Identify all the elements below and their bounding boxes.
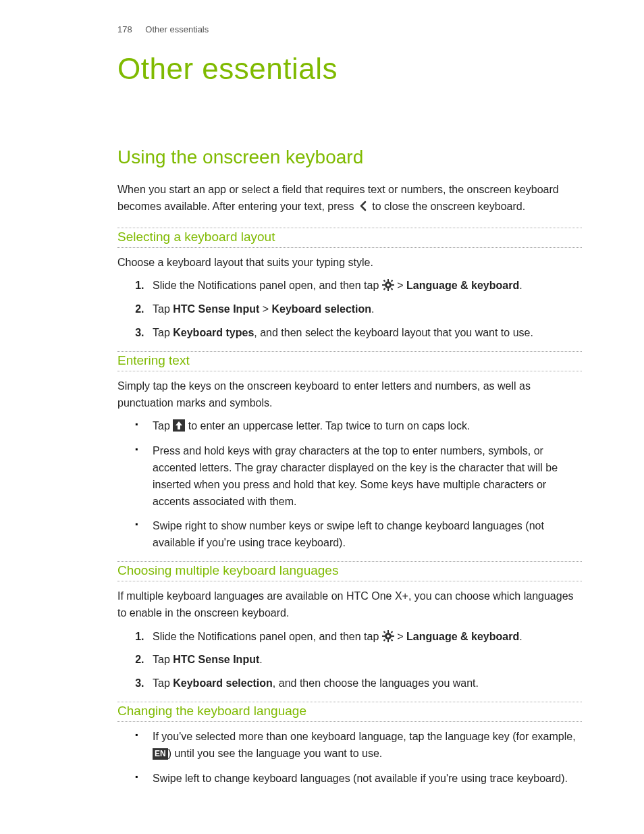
chapter-title: Other essentials: [117, 52, 582, 86]
svg-rect-13: [382, 635, 385, 637]
subsection-lead: If multiple keyboard languages are avail…: [117, 588, 582, 622]
intro-paragraph: When you start an app or select a field …: [117, 182, 582, 215]
list-item: Press and hold keys with gray characters…: [147, 443, 582, 510]
list-item: Swipe left to change keyboard languages …: [147, 771, 582, 787]
steps-list: Slide the Notifications panel open, and …: [117, 629, 582, 692]
menu-item-language-keyboard: Language & keyboard: [406, 631, 519, 642]
steps-list: Slide the Notifications panel open, and …: [117, 278, 582, 341]
subsection-header-entering: Entering text: [117, 351, 582, 371]
intro-text-post: to close the onscreen keyboard.: [372, 201, 525, 212]
subsection-title: Choosing multiple keyboard languages: [117, 563, 582, 578]
list-item: If you've selected more than one keyboar…: [147, 729, 582, 762]
bullet-list: If you've selected more than one keyboar…: [117, 729, 582, 787]
svg-rect-4: [392, 284, 394, 286]
svg-point-9: [387, 284, 390, 286]
svg-rect-12: [387, 640, 389, 642]
subsection-title: Changing the keyboard language: [117, 704, 582, 719]
subsection-header-selecting: Selecting a keyboard layout: [117, 228, 582, 248]
list-item: Swipe right to show number keys or swipe…: [147, 518, 582, 552]
svg-rect-15: [383, 631, 386, 633]
svg-rect-14: [392, 635, 394, 637]
document-page: 178 Other essentials Other essentials Us…: [0, 0, 644, 834]
step-item: Tap Keyboard types, and then select the …: [147, 325, 582, 342]
menu-item-language-keyboard: Language & keyboard: [406, 280, 519, 291]
shift-icon: [173, 419, 185, 432]
page-number: 178: [117, 24, 132, 34]
svg-rect-3: [382, 284, 385, 286]
running-header: 178 Other essentials: [117, 24, 582, 34]
svg-rect-18: [391, 639, 394, 642]
running-title: Other essentials: [145, 24, 209, 34]
svg-rect-8: [391, 288, 394, 291]
svg-rect-1: [387, 279, 389, 282]
svg-rect-11: [387, 630, 389, 633]
back-icon: [357, 200, 369, 212]
subsection-title: Selecting a keyboard layout: [117, 230, 582, 244]
bullet-list: Tap to enter an uppercase letter. Tap tw…: [117, 418, 582, 552]
subsection-lead: Choose a keyboard layout that suits your…: [117, 255, 582, 271]
language-key-icon: EN: [153, 748, 168, 760]
svg-point-19: [387, 635, 390, 637]
step-item: Slide the Notifications panel open, and …: [147, 629, 582, 646]
subsection-header-changing: Changing the keyboard language: [117, 702, 582, 722]
step-item: Tap Keyboard selection, and then choose …: [147, 675, 582, 692]
subsection-lead: Simply tap the keys on the onscreen keyb…: [117, 378, 582, 412]
section-title: Using the onscreen keyboard: [117, 147, 582, 168]
gear-icon: [382, 630, 394, 642]
svg-rect-5: [383, 280, 386, 283]
svg-rect-17: [383, 639, 386, 642]
step-item: Tap HTC Sense Input > Keyboard selection…: [147, 301, 582, 318]
step-item: Slide the Notifications panel open, and …: [147, 278, 582, 294]
svg-rect-2: [387, 288, 389, 291]
svg-rect-16: [391, 631, 394, 633]
subsection-header-multi: Choosing multiple keyboard languages: [117, 561, 582, 581]
svg-rect-7: [383, 288, 386, 291]
list-item: Tap to enter an uppercase letter. Tap tw…: [147, 418, 582, 435]
svg-rect-6: [391, 280, 394, 283]
subsection-title: Entering text: [117, 353, 582, 368]
gear-icon: [382, 279, 394, 291]
step-item: Tap HTC Sense Input.: [147, 652, 582, 669]
